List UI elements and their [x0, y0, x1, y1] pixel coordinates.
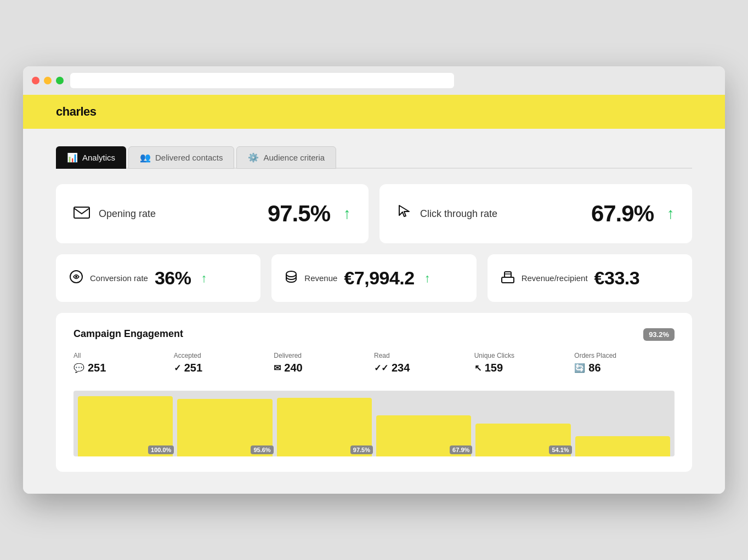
stat-delivered-value: 240	[284, 362, 302, 374]
tab-audience-criteria-label: Audience criteria	[263, 153, 325, 162]
svg-rect-0	[74, 207, 89, 218]
delivered-contacts-icon: 👥	[140, 152, 151, 163]
opening-rate-trend: ↑	[343, 205, 351, 222]
revenue-icon	[285, 270, 298, 287]
stat-unique-clicks-label: Unique Clicks	[474, 352, 575, 359]
revenue-recipient-card: Revenue/recipient €33.3	[488, 254, 692, 302]
stat-orders-placed-value: 86	[588, 362, 600, 374]
svg-point-2	[75, 276, 77, 278]
stat-delivered: Delivered ✉ 240	[274, 352, 374, 374]
stat-accepted-icon: ✓	[174, 363, 181, 373]
tabs: 📊 Analytics 👥 Delivered contacts ⚙️ Audi…	[56, 145, 692, 169]
stat-orders-placed: Orders Placed 🔄 86	[574, 352, 675, 374]
bar-label-1: 95.6%	[251, 445, 273, 454]
stat-delivered-icon: ✉	[274, 363, 281, 373]
bar-label-2: 97.5%	[350, 445, 373, 454]
stat-all: All 💬 251	[73, 352, 174, 374]
bar-fill-1: 95.6%	[177, 399, 272, 456]
conversion-rate-icon	[69, 270, 83, 287]
stat-read: Read ✓✓ 234	[374, 352, 474, 374]
click-through-rate-trend: ↑	[667, 205, 675, 222]
tab-analytics[interactable]: 📊 Analytics	[56, 146, 126, 169]
revenue-value: €7,994.2	[344, 267, 414, 289]
campaign-overall-pct: 93.2%	[643, 328, 675, 341]
revenue-recipient-icon	[501, 270, 515, 287]
bar-fill-2: 97.5%	[277, 398, 372, 456]
click-through-rate-label: Click through rate	[420, 208, 582, 220]
chart-area: 100.0%95.6%97.5%67.9%54.1%	[73, 385, 675, 456]
bar-fill-3: 67.9%	[376, 415, 471, 456]
opening-rate-card: Opening rate 97.5% ↑	[56, 184, 369, 243]
click-through-rate-value: 67.9%	[591, 201, 654, 227]
campaign-title: Campaign Engagement	[73, 328, 183, 340]
svg-point-3	[286, 271, 296, 277]
stat-unique-clicks-icon: ↖	[474, 363, 481, 373]
audience-criteria-icon: ⚙️	[248, 152, 259, 163]
stat-orders-placed-icon: 🔄	[574, 363, 585, 373]
stat-orders-placed-label: Orders Placed	[574, 352, 675, 359]
svg-rect-4	[502, 277, 514, 283]
bar-2: 97.5%	[277, 385, 372, 456]
bar-5	[575, 385, 670, 456]
bar-fill-0: 100.0%	[78, 396, 173, 456]
bar-fill-4: 54.1%	[475, 424, 570, 456]
stat-all-value: 251	[88, 362, 106, 374]
address-bar[interactable]	[70, 73, 454, 88]
analytics-icon: 📊	[67, 152, 78, 163]
stat-all-label: All	[73, 352, 174, 359]
traffic-lights	[32, 77, 64, 84]
brand-name: charles	[56, 105, 97, 118]
stat-unique-clicks-value: 159	[485, 362, 503, 374]
opening-rate-value: 97.5%	[268, 201, 330, 227]
stat-all-icon: 💬	[73, 363, 84, 373]
tab-delivered-contacts-label: Delivered contacts	[155, 153, 223, 162]
campaign-header: Campaign Engagement 93.2%	[73, 328, 675, 341]
stat-unique-clicks: Unique Clicks ↖ 159	[474, 352, 575, 374]
svg-rect-5	[505, 272, 511, 277]
revenue-recipient-label: Revenue/recipient	[522, 273, 588, 283]
click-through-rate-card: Click through rate 67.9% ↑	[379, 184, 692, 243]
conversion-rate-value: 36%	[155, 267, 191, 289]
conversion-rate-trend: ↑	[201, 271, 207, 285]
revenue-label: Revenue	[304, 273, 337, 283]
browser-window: charles 📊 Analytics 👥 Delivered contacts…	[23, 66, 725, 494]
bar-4: 54.1%	[475, 385, 570, 456]
stat-read-icon: ✓✓	[374, 363, 388, 373]
tab-delivered-contacts[interactable]: 👥 Delivered contacts	[128, 146, 234, 169]
bar-fill-5	[575, 436, 670, 456]
stat-delivered-label: Delivered	[274, 352, 374, 359]
header-bar: charles	[23, 95, 725, 129]
campaign-engagement-card: Campaign Engagement 93.2% All 💬 251 Acce…	[56, 313, 692, 472]
bar-3: 67.9%	[376, 385, 471, 456]
tab-analytics-label: Analytics	[82, 153, 115, 162]
opening-rate-label: Opening rate	[99, 208, 259, 220]
stat-accepted-value: 251	[184, 362, 202, 374]
opening-rate-icon	[73, 204, 90, 224]
engagement-stats: All 💬 251 Accepted ✓ 251 Delivered	[73, 352, 675, 374]
revenue-recipient-value: €33.3	[594, 267, 640, 289]
stat-read-value: 234	[392, 362, 410, 374]
maximize-button[interactable]	[56, 77, 64, 84]
conversion-rate-card: Conversion rate 36% ↑	[56, 254, 260, 302]
bar-label-4: 54.1%	[549, 445, 571, 454]
browser-chrome	[23, 66, 725, 95]
metrics-row-2: Conversion rate 36% ↑ Revenue €7,994.2 ↑	[56, 254, 692, 302]
bars-container: 100.0%95.6%97.5%67.9%54.1%	[73, 385, 675, 456]
metrics-row-1: Opening rate 97.5% ↑ Click through rate …	[56, 184, 692, 243]
bar-label-0: 100.0%	[148, 445, 174, 454]
stat-accepted: Accepted ✓ 251	[174, 352, 274, 374]
bar-1: 95.6%	[177, 385, 272, 456]
click-through-rate-icon	[397, 204, 411, 224]
tab-audience-criteria[interactable]: ⚙️ Audience criteria	[236, 146, 336, 169]
bar-label-3: 67.9%	[450, 445, 472, 454]
stat-accepted-label: Accepted	[174, 352, 274, 359]
revenue-card: Revenue €7,994.2 ↑	[271, 254, 476, 302]
conversion-rate-label: Conversion rate	[90, 273, 148, 283]
bar-0: 100.0%	[78, 385, 173, 456]
stat-read-label: Read	[374, 352, 474, 359]
revenue-trend: ↑	[424, 271, 430, 285]
minimize-button[interactable]	[44, 77, 52, 84]
main-content: 📊 Analytics 👥 Delivered contacts ⚙️ Audi…	[23, 129, 725, 494]
close-button[interactable]	[32, 77, 39, 84]
